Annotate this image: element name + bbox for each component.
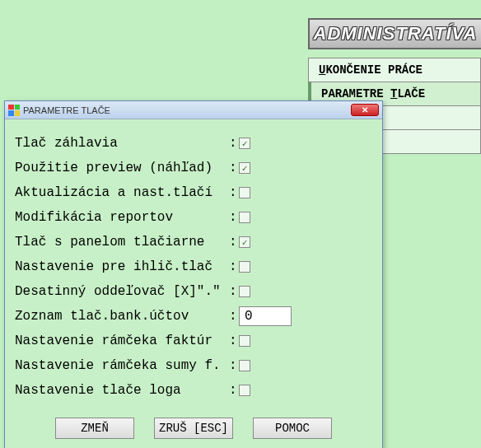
row-tlac-s-panelom: Tlač s panelom tlačiarne : ✓ xyxy=(15,230,372,254)
help-button[interactable]: POMOC xyxy=(253,418,332,439)
dialog-parametre-tlace: PARAMETRE TLAČE ✕ Tlač záhlavia : ✓ Použ… xyxy=(4,100,383,448)
menu-item-ukoncenie[interactable]: UKONČENIE PRÁCE xyxy=(308,58,481,82)
row-pouzitie-preview: Použitie preview (náhľad) : ✓ xyxy=(15,156,372,180)
checkbox-tlac-loga[interactable] xyxy=(239,385,250,396)
label: Použitie preview (náhľad) xyxy=(15,161,229,175)
dialog-title: PARAMETRE TLAČE xyxy=(23,105,351,115)
label: Nastavenie rámčeka sumy f. xyxy=(15,358,229,373)
checkbox-ihlic-tlac[interactable] xyxy=(239,261,250,273)
label: Nastavenie pre ihlič.tlač xyxy=(15,259,229,274)
checkbox-modifikacia[interactable] xyxy=(239,212,250,223)
checkbox-tlac-zahlavia[interactable]: ✓ xyxy=(239,138,250,149)
checkbox-pouzitie-preview[interactable]: ✓ xyxy=(239,162,250,174)
menu-label: UKONČENIE PRÁCE xyxy=(319,63,423,77)
input-zoznam-tlac-bank[interactable] xyxy=(239,306,292,326)
row-desatinny-oddelovac: Desatinný oddeľovač [X]"." : xyxy=(15,279,372,304)
row-ihlic-tlac: Nastavenie pre ihlič.tlač : xyxy=(15,254,372,279)
checkbox-aktualizacia[interactable] xyxy=(239,187,250,198)
label: Tlač záhlavia xyxy=(15,136,229,151)
label: Aktualizácia a nast.tlačí xyxy=(15,185,229,200)
banner-administrativa: ADMINISTRATÍVA xyxy=(308,18,481,49)
label: Nastavenie tlače loga xyxy=(15,383,229,398)
label: Desatinný oddeľovač [X]"." xyxy=(15,284,229,299)
label: Zoznam tlač.bank.účtov xyxy=(15,309,229,324)
row-ramceka-faktur: Nastavenie rámčeka faktúr : xyxy=(15,329,372,353)
cancel-button[interactable]: ZRUŠ [ESC] xyxy=(154,418,233,439)
dialog-body: Tlač záhlavia : ✓ Použitie preview (náhľ… xyxy=(5,119,382,448)
change-button[interactable]: ZMEŇ xyxy=(55,418,134,439)
button-row: ZMEŇ ZRUŠ [ESC] POMOC xyxy=(15,418,372,439)
checkbox-tlac-s-panelom[interactable]: ✓ xyxy=(239,236,250,248)
window-icon xyxy=(8,105,20,116)
row-zoznam-tlac-bank: Zoznam tlač.bank.účtov : xyxy=(15,304,372,329)
row-tlac-loga: Nastavenie tlače loga : xyxy=(15,378,372,403)
row-ramceka-sumy: Nastavenie rámčeka sumy f. : xyxy=(15,353,372,378)
label: Modifikácia reportov xyxy=(15,210,229,225)
menu-label: PARAMETRE TLAČE xyxy=(321,87,425,100)
row-aktualizacia: Aktualizácia a nast.tlačí : xyxy=(15,180,372,205)
row-tlac-zahlavia: Tlač záhlavia : ✓ xyxy=(15,131,372,156)
checkbox-ramceka-faktur[interactable] xyxy=(239,335,250,347)
titlebar: PARAMETRE TLAČE ✕ xyxy=(5,101,382,119)
checkbox-desatinny-oddelovac[interactable] xyxy=(239,286,250,297)
close-icon[interactable]: ✕ xyxy=(351,104,379,116)
label: Tlač s panelom tlačiarne xyxy=(15,235,229,250)
checkbox-ramceka-sumy[interactable] xyxy=(239,360,250,371)
label: Nastavenie rámčeka faktúr xyxy=(15,334,229,348)
row-modifikacia: Modifikácia reportov : xyxy=(15,205,372,230)
